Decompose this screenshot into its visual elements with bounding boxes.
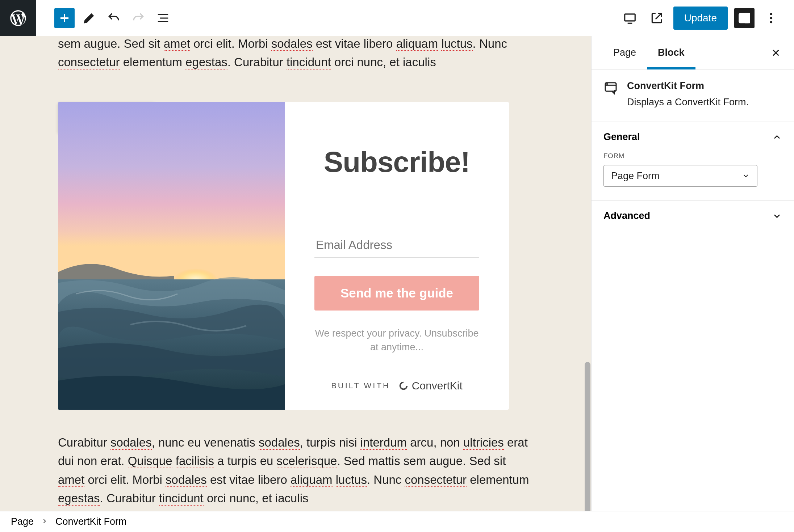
sidebar-tabs: Page Block xyxy=(592,36,794,69)
redo-icon xyxy=(131,11,145,25)
update-button[interactable]: Update xyxy=(673,7,728,30)
panel-general-title: General xyxy=(603,131,640,143)
list-view-icon xyxy=(156,11,170,25)
convertkit-form-icon xyxy=(603,80,618,95)
main-area: sem augue. Sed sit amet orci elit. Morbi… xyxy=(0,36,794,511)
view-button[interactable] xyxy=(620,8,640,28)
block-card-title: ConvertKit Form xyxy=(627,80,749,92)
plus-icon xyxy=(58,11,71,25)
breadcrumb-current[interactable]: ConvertKit Form xyxy=(55,516,127,527)
tab-page[interactable]: Page xyxy=(602,36,647,69)
svg-rect-17 xyxy=(58,102,285,287)
submit-button[interactable]: Send me the guide xyxy=(314,276,479,311)
chevron-right-icon xyxy=(41,516,48,527)
paragraph-block[interactable]: sem augue. Sed sit amet orci elit. Morbi… xyxy=(58,36,533,71)
built-with-label: BUILT WITH xyxy=(331,381,390,390)
undo-button[interactable] xyxy=(104,8,124,28)
chevron-up-icon xyxy=(772,132,782,142)
chevron-down-icon xyxy=(772,211,782,221)
block-card-text: ConvertKit Form Displays a ConvertKit Fo… xyxy=(627,80,749,108)
svg-point-4 xyxy=(770,17,772,19)
form-select-label: FORM xyxy=(603,152,782,160)
desktop-icon xyxy=(623,11,637,25)
panel-general-body: FORM Page Form xyxy=(592,152,794,200)
settings-sidebar-toggle[interactable] xyxy=(734,8,755,28)
panel-advanced: Advanced xyxy=(592,201,794,231)
svg-rect-2 xyxy=(745,13,749,22)
chevron-down-icon xyxy=(742,172,750,180)
panel-advanced-title: Advanced xyxy=(603,210,650,221)
editor-canvas[interactable]: sem augue. Sed sit amet orci elit. Morbi… xyxy=(0,36,591,511)
preview-button[interactable] xyxy=(647,8,667,28)
document-overview-button[interactable] xyxy=(153,8,173,28)
sunset-image xyxy=(58,102,285,410)
svg-rect-0 xyxy=(624,14,635,21)
wordpress-icon xyxy=(9,9,28,28)
block-card: ConvertKit Form Displays a ConvertKit Fo… xyxy=(592,69,794,122)
form-select[interactable]: Page Form xyxy=(603,165,757,187)
scrollbar-thumb[interactable] xyxy=(585,362,590,511)
svg-point-3 xyxy=(770,13,772,15)
scrollbar[interactable] xyxy=(584,36,591,511)
form-select-value: Page Form xyxy=(611,170,660,182)
convertkit-logo: ConvertKit xyxy=(398,380,463,392)
panel-general: General FORM Page Form xyxy=(592,122,794,201)
dots-vertical-icon xyxy=(764,11,778,25)
breadcrumb-root[interactable]: Page xyxy=(11,516,34,527)
convertkit-form-block[interactable]: Subscribe! Send me the guide We respect … xyxy=(58,102,509,410)
add-block-button[interactable] xyxy=(54,8,75,28)
edit-tool-button[interactable] xyxy=(79,8,99,28)
form-image xyxy=(58,102,285,410)
wordpress-logo[interactable] xyxy=(0,0,36,36)
panel-advanced-header[interactable]: Advanced xyxy=(592,201,794,231)
built-with: BUILT WITH ConvertKit xyxy=(331,380,463,392)
sidebar-icon xyxy=(737,11,751,25)
panel-general-header[interactable]: General xyxy=(592,122,794,152)
toolbar-right: Update xyxy=(620,7,794,30)
toolbar-buttons-left xyxy=(36,8,173,28)
form-title: Subscribe! xyxy=(324,145,470,179)
top-toolbar: Update xyxy=(0,0,794,36)
block-card-description: Displays a ConvertKit Form. xyxy=(627,97,749,108)
paragraph-block[interactable]: Curabitur sodales, nunc eu venenatis sod… xyxy=(58,433,533,507)
tab-block[interactable]: Block xyxy=(647,36,695,69)
toolbar-left xyxy=(0,0,173,36)
redo-button[interactable] xyxy=(128,8,149,28)
svg-point-5 xyxy=(770,21,772,23)
convertkit-icon xyxy=(398,380,409,391)
more-options-button[interactable] xyxy=(761,8,781,28)
pencil-icon xyxy=(82,11,96,25)
breadcrumbs: Page ConvertKit Form xyxy=(0,511,794,532)
close-icon xyxy=(770,47,781,58)
privacy-text: We respect your privacy. Unsubscribe at … xyxy=(314,327,479,354)
form-content: Subscribe! Send me the guide We respect … xyxy=(285,102,509,410)
undo-icon xyxy=(107,11,121,25)
email-input[interactable] xyxy=(314,233,479,258)
convertkit-brand-text: ConvertKit xyxy=(412,380,463,392)
external-link-icon xyxy=(650,11,664,25)
svg-point-21 xyxy=(607,84,607,84)
settings-sidebar: Page Block ConvertKit Form Displays a Co… xyxy=(591,36,794,511)
close-sidebar-button[interactable] xyxy=(769,46,783,60)
